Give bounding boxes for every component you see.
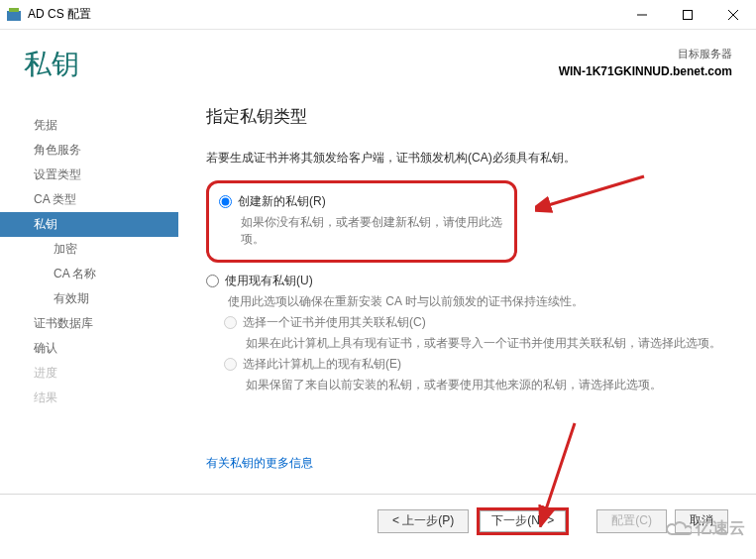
app-icon (6, 7, 22, 23)
radio-create-new-key[interactable] (219, 195, 232, 208)
radio-create-new-key-desc: 如果你没有私钥，或者要创建新私钥，请使用此选项。 (241, 214, 504, 248)
sidebar-item-results: 结果 (0, 386, 178, 410)
more-info-link[interactable]: 有关私钥的更多信息 (206, 455, 313, 472)
radio-create-new-key-label: 创建新的私钥(R) (238, 193, 326, 210)
content: 指定私钥类型 若要生成证书并将其颁发给客户端，证书颁发机构(CA)必须具有私钥。… (178, 87, 756, 494)
sidebar-item-credentials[interactable]: 凭据 (0, 113, 178, 138)
sidebar-item-private-key[interactable]: 私钥 (0, 212, 178, 237)
sidebar-item-progress: 进度 (0, 361, 178, 386)
radio-select-local-key-label: 选择此计算机上的现有私钥(E) (243, 356, 401, 373)
radio-use-existing-key[interactable] (206, 275, 219, 287)
radio-use-existing-key-label: 使用现有私钥(U) (225, 273, 313, 289)
radio-select-local-key (224, 358, 237, 371)
option-create-box: 创建新的私钥(R) 如果你没有私钥，或者要创建新私钥，请使用此选项。 (206, 180, 517, 263)
content-heading: 指定私钥类型 (206, 105, 734, 128)
content-intro: 若要生成证书并将其颁发给客户端，证书颁发机构(CA)必须具有私钥。 (206, 150, 734, 167)
radio-use-existing-key-desc: 使用此选项以确保在重新安装 CA 时与以前颁发的证书保持连续性。 (228, 293, 734, 310)
radio-select-cert (224, 316, 237, 329)
sidebar-item-cryptography[interactable]: 加密 (0, 237, 178, 262)
sidebar-item-confirm[interactable]: 确认 (0, 336, 178, 361)
target-server-name: WIN-1K71GKINNUD.benet.com (559, 62, 732, 80)
minimize-button[interactable] (619, 0, 665, 30)
configure-button: 配置(C) (596, 509, 667, 533)
window-title: AD CS 配置 (28, 6, 619, 23)
svg-rect-3 (684, 10, 693, 19)
footer: < 上一步(P) 下一步(N) > 配置(C) 取消 (0, 494, 756, 547)
cloud-icon (664, 520, 692, 538)
maximize-button[interactable] (665, 0, 710, 30)
radio-select-cert-label: 选择一个证书并使用其关联私钥(C) (243, 314, 426, 331)
radio-select-local-key-desc: 如果保留了来自以前安装的私钥，或者要使用其他来源的私钥，请选择此选项。 (246, 377, 734, 393)
page-title: 私钥 (24, 46, 559, 83)
sidebar-item-validity[interactable]: 有效期 (0, 286, 178, 311)
watermark: 亿速云 (664, 518, 746, 539)
target-server-label: 目标服务器 (559, 46, 732, 62)
header: 私钥 目标服务器 WIN-1K71GKINNUD.benet.com (0, 30, 756, 87)
svg-rect-1 (9, 8, 19, 12)
target-server-block: 目标服务器 WIN-1K71GKINNUD.benet.com (559, 46, 732, 83)
watermark-text: 亿速云 (696, 518, 746, 539)
radio-select-cert-desc: 如果在此计算机上具有现有证书，或者要导入一个证书并使用其关联私钥，请选择此选项。 (246, 335, 734, 352)
close-button[interactable] (710, 0, 756, 30)
sidebar-item-role-services[interactable]: 角色服务 (0, 138, 178, 163)
sidebar-item-cert-db[interactable]: 证书数据库 (0, 311, 178, 336)
sidebar-item-setup-type[interactable]: 设置类型 (0, 163, 178, 187)
prev-button[interactable]: < 上一步(P) (378, 509, 469, 533)
sidebar-item-ca-name[interactable]: CA 名称 (0, 262, 178, 286)
titlebar: AD CS 配置 (0, 0, 756, 30)
sidebar: 凭据 角色服务 设置类型 CA 类型 私钥 加密 CA 名称 有效期 证书数据库… (0, 87, 178, 494)
svg-rect-0 (7, 11, 21, 21)
next-button[interactable]: 下一步(N) > (477, 507, 569, 535)
sidebar-item-ca-type[interactable]: CA 类型 (0, 187, 178, 212)
